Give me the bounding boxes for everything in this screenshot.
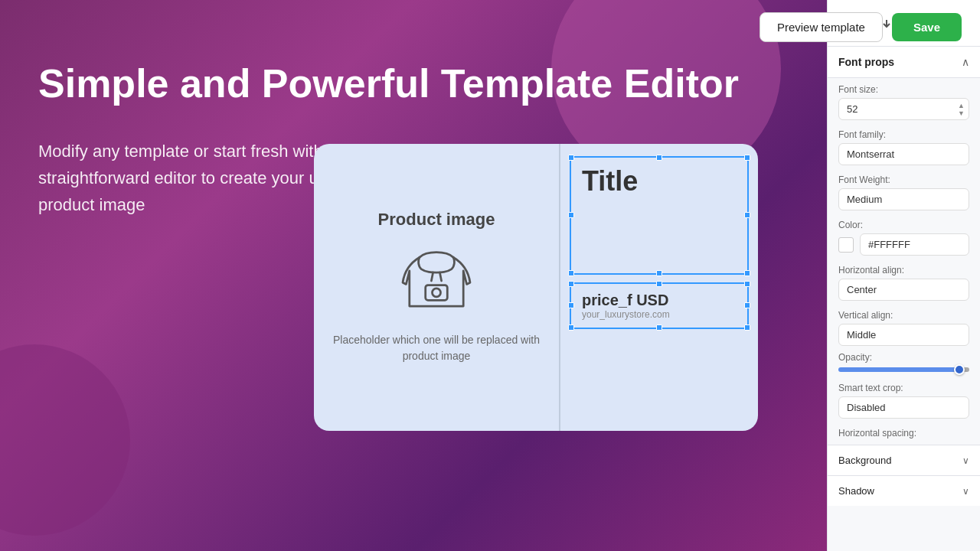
h-align-row: Horizontal align: xyxy=(828,259,980,304)
smart-crop-row: Smart text crop: xyxy=(828,377,980,422)
v-align-label: Vertical align: xyxy=(838,310,969,321)
color-input-row xyxy=(838,233,969,256)
font-size-down-arrow[interactable]: ▼ xyxy=(958,109,965,116)
handle-tr[interactable] xyxy=(744,155,750,161)
price-text-box[interactable]: price_f USD your_luxurystore.com xyxy=(570,282,749,329)
price-handle-tr[interactable] xyxy=(744,281,750,287)
handle-br[interactable] xyxy=(744,270,750,276)
top-bar: Preview template Save xyxy=(0,0,980,54)
price-handle-tm[interactable] xyxy=(656,281,662,287)
smart-crop-label: Smart text crop: xyxy=(838,383,969,393)
opacity-row: Opacity: xyxy=(828,349,980,377)
store-text: your_luxurystore.com xyxy=(582,309,737,320)
product-image-area: Product image xyxy=(314,144,559,431)
shadow-chevron-icon: ∨ xyxy=(962,486,969,497)
preview-template-button[interactable]: Preview template xyxy=(760,12,883,42)
svg-line-1 xyxy=(431,272,433,281)
v-align-row: Vertical align: xyxy=(828,304,980,349)
opacity-thumb[interactable] xyxy=(954,364,965,375)
font-weight-label: Font Weight: xyxy=(838,174,969,185)
shadow-label: Shadow xyxy=(838,485,874,497)
handle-ml[interactable] xyxy=(568,212,574,218)
font-weight-row: Font Weight: xyxy=(828,168,980,214)
color-label: Color: xyxy=(838,220,969,230)
font-family-row: Font family: xyxy=(828,123,980,168)
handle-bl[interactable] xyxy=(568,270,574,276)
h-align-label: Horizontal align: xyxy=(838,265,969,276)
font-size-input-wrapper: ▲ ▼ xyxy=(838,98,969,120)
smart-crop-input[interactable] xyxy=(838,396,969,419)
hoodie-icon xyxy=(394,239,479,323)
price-handle-bm[interactable] xyxy=(656,324,662,331)
font-weight-input[interactable] xyxy=(838,188,969,210)
template-right: Title price_f USD your_luxurystore.com xyxy=(560,144,758,431)
font-family-input[interactable] xyxy=(838,143,969,165)
color-row: Color: xyxy=(828,214,980,259)
price-handle-br[interactable] xyxy=(744,324,750,331)
color-swatch[interactable] xyxy=(838,237,854,253)
background-label: Background xyxy=(838,455,891,466)
svg-line-2 xyxy=(439,272,441,281)
font-size-input[interactable] xyxy=(838,98,969,120)
template-card[interactable]: Product image xyxy=(314,144,758,431)
title-text: Title xyxy=(582,165,737,197)
font-size-up-arrow[interactable]: ▲ xyxy=(958,102,965,109)
handle-tl[interactable] xyxy=(568,155,574,161)
background-chevron-icon: ∨ xyxy=(962,455,969,466)
template-preview: Product image xyxy=(245,54,827,520)
price-handle-mr[interactable] xyxy=(744,302,750,308)
v-align-input[interactable] xyxy=(838,324,969,346)
font-size-label: Font size: xyxy=(838,84,969,95)
title-text-box[interactable]: Title xyxy=(570,156,749,275)
h-spacing-label: Horizontal spacing: xyxy=(838,428,969,439)
price-text: price_f USD xyxy=(582,292,737,309)
product-placeholder-text: Placeholder which one will be replaced w… xyxy=(329,332,544,364)
svg-point-3 xyxy=(433,289,441,297)
shadow-section[interactable]: Shadow ∨ xyxy=(828,475,980,506)
main-layout: Simple and Powerful Template Editor Modi… xyxy=(0,0,980,551)
font-family-label: Font family: xyxy=(838,129,969,140)
opacity-slider[interactable] xyxy=(838,367,969,372)
font-size-arrows: ▲ ▼ xyxy=(958,102,965,116)
save-button[interactable]: Save xyxy=(892,13,962,41)
handle-bm[interactable] xyxy=(656,270,662,276)
color-hex-input[interactable] xyxy=(860,233,969,256)
handle-mr[interactable] xyxy=(744,212,750,218)
left-panel: Simple and Powerful Template Editor Modi… xyxy=(0,0,827,551)
svg-rect-0 xyxy=(426,285,448,301)
font-size-row: Font size: ▲ ▼ xyxy=(828,78,980,123)
h-spacing-row: Horizontal spacing: xyxy=(828,422,980,445)
collapse-font-props-icon[interactable]: ∧ xyxy=(962,56,969,68)
right-sidebar: Font props ∧ Font size: ▲ ▼ Font family:… xyxy=(827,0,980,551)
handle-tm[interactable] xyxy=(656,155,662,161)
opacity-label: Opacity: xyxy=(838,352,969,363)
font-props-title: Font props xyxy=(838,56,894,68)
h-align-input[interactable] xyxy=(838,279,969,301)
price-handle-tl[interactable] xyxy=(568,281,574,287)
price-handle-ml[interactable] xyxy=(568,302,574,308)
price-handle-bl[interactable] xyxy=(568,324,574,331)
product-image-label: Product image xyxy=(378,210,495,230)
background-section[interactable]: Background ∨ xyxy=(828,445,980,475)
